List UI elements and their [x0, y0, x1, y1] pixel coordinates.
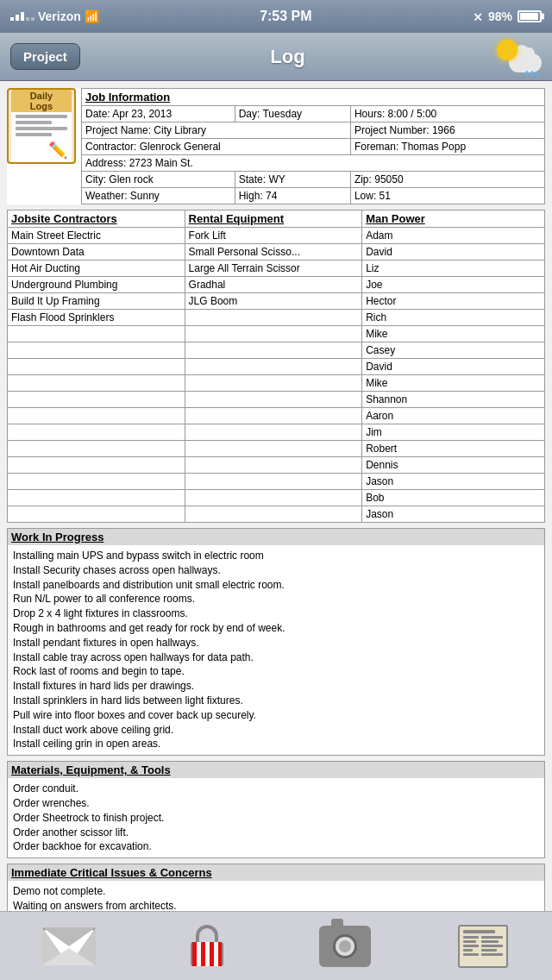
- contractor-cell: Fork Lift: [185, 228, 362, 244]
- status-time: 7:53 PM: [260, 9, 311, 24]
- contractor-row: Aaron: [8, 408, 545, 424]
- contractor-cell: Hector: [362, 293, 545, 310]
- material-item: Order wrenches.: [13, 796, 539, 811]
- doc-col-left: [463, 936, 479, 956]
- contractor-cell: Dennis: [362, 457, 545, 474]
- contractor-cell: [185, 342, 362, 359]
- sun-icon: [497, 40, 518, 60]
- material-items: Order conduit.Order wrenches.Order Sheet…: [13, 782, 539, 854]
- work-item: Drop 2 x 4 light fixtures in classrooms.: [13, 606, 539, 621]
- work-item: Install pendant fixtures in open hallway…: [13, 636, 539, 650]
- doc-line: [463, 930, 495, 933]
- contractor-cell: Jason: [362, 474, 545, 490]
- contractor-cell: [185, 424, 362, 441]
- weather: Weather: Sunny: [82, 188, 235, 204]
- critical-item: Demo not complete.: [13, 884, 539, 899]
- contractor-cell: [185, 326, 362, 342]
- contractor-cell: [185, 506, 362, 523]
- contractor-row: Mike: [8, 326, 545, 342]
- contractor-cell: [8, 506, 185, 523]
- doc-col: [463, 936, 503, 956]
- work-item: Install cable tray across open hallways …: [13, 650, 539, 665]
- tab-mail[interactable]: [0, 927, 138, 965]
- contractor-cell: [8, 359, 185, 375]
- bluetooth-icon: ⨯: [473, 9, 483, 23]
- wifi-icon: 📶: [85, 9, 99, 23]
- contractor-cell: [8, 457, 185, 474]
- contractor-name: Contractor: Glenrock General: [82, 139, 351, 155]
- critical-issues-title: Immediate Critical Issues & Concerns: [8, 864, 544, 881]
- contractor-row: Jason: [8, 506, 545, 523]
- icon-line: [16, 121, 52, 124]
- contractor-cell: David: [362, 244, 545, 261]
- contractor-cell: Main Street Electric: [8, 228, 185, 244]
- job-info-title: Job Information: [82, 89, 545, 106]
- contractor-row: Downtown DataSmall Personal Scisso...Dav…: [8, 244, 545, 261]
- contractor-row: Mike: [8, 375, 545, 392]
- contractor-cell: [185, 359, 362, 375]
- icon-line: [16, 115, 67, 118]
- contractor-cell: David: [362, 359, 545, 375]
- tab-lock[interactable]: [138, 925, 276, 968]
- contractor-cell: [185, 375, 362, 392]
- lock-body: [191, 942, 223, 966]
- camera-lens-inner: [339, 940, 351, 952]
- materials-title: Materials, Equipment, & Tools: [8, 762, 544, 778]
- col-contractors: Jobsite Contractors: [8, 210, 185, 228]
- signal-bars: [10, 12, 34, 21]
- low-temp: Low: 51: [350, 188, 544, 204]
- camera-lens: [333, 934, 357, 958]
- contractor-cell: [185, 457, 362, 474]
- contractor-cell: Mike: [362, 375, 545, 392]
- page-title: Log: [270, 46, 304, 68]
- work-item: Install duct work above ceiling grid.: [13, 723, 539, 738]
- contractor-cell: [185, 408, 362, 424]
- col-equipment: Rental Equipment: [185, 210, 362, 228]
- weather-icon: [495, 38, 542, 76]
- project-name: Project Name: City Library: [82, 122, 351, 139]
- main-content: DailyLogs ✏️ Job Information Date: Apr 2…: [0, 81, 552, 980]
- col-manpower: Man Power: [362, 210, 545, 228]
- icon-lines: ✏️: [11, 112, 72, 162]
- job-hours: Hours: 8:00 / 5:00: [350, 106, 544, 122]
- contractor-cell: Bob: [362, 490, 545, 506]
- high-temp: High: 74: [235, 188, 350, 204]
- contractor-cell: Casey: [362, 342, 545, 359]
- status-bar: Verizon 📶 7:53 PM ⨯ 98%: [0, 0, 552, 33]
- work-items: Installing main UPS and bypass switch in…: [13, 549, 539, 751]
- contractor-cell: Joe: [362, 277, 545, 293]
- job-day: Day: Tuesday: [235, 106, 350, 122]
- contractor-cell: [185, 490, 362, 506]
- work-item: Rough in bathrooms and get ready for roc…: [13, 621, 539, 636]
- zip: Zip: 95050: [350, 172, 544, 188]
- contractor-cell: [185, 474, 362, 490]
- material-item: Order Sheetrock to finish project.: [13, 811, 539, 826]
- daily-logs-icon: DailyLogs ✏️: [7, 88, 76, 164]
- contractor-cell: Adam: [362, 228, 545, 244]
- work-item: Install fixtures in hard lids per drawin…: [13, 679, 539, 694]
- lock-shackle: [196, 925, 218, 942]
- job-info-table: Job Information Date: Apr 23, 2013 Day: …: [81, 88, 545, 204]
- tab-bar: [0, 911, 552, 980]
- contractor-row: Build It Up FramingJLG BoomHector: [8, 293, 545, 310]
- contractor-cell: Jason: [362, 506, 545, 523]
- contractor-cell: Downtown Data: [8, 244, 185, 261]
- contractor-cell: [185, 310, 362, 326]
- material-item: Order another scissor lift.: [13, 826, 539, 840]
- rain-drops: [525, 71, 538, 76]
- camera-icon: [319, 926, 371, 967]
- pencil-icon: ✏️: [16, 141, 67, 160]
- back-button[interactable]: Project: [10, 43, 80, 70]
- lock-stripes: [192, 942, 222, 966]
- contractor-cell: [8, 408, 185, 424]
- contractor-cell: Rich: [362, 310, 545, 326]
- status-right: ⨯ 98%: [473, 9, 542, 23]
- tab-camera[interactable]: [276, 926, 414, 967]
- contractor-cell: [8, 392, 185, 408]
- battery-percent: 98%: [488, 9, 512, 23]
- document-icon: [458, 925, 508, 968]
- contractor-cell: Mike: [362, 326, 545, 342]
- contractor-cell: [185, 441, 362, 457]
- carrier-signal: Verizon 📶: [10, 9, 99, 23]
- tab-document[interactable]: [414, 925, 552, 968]
